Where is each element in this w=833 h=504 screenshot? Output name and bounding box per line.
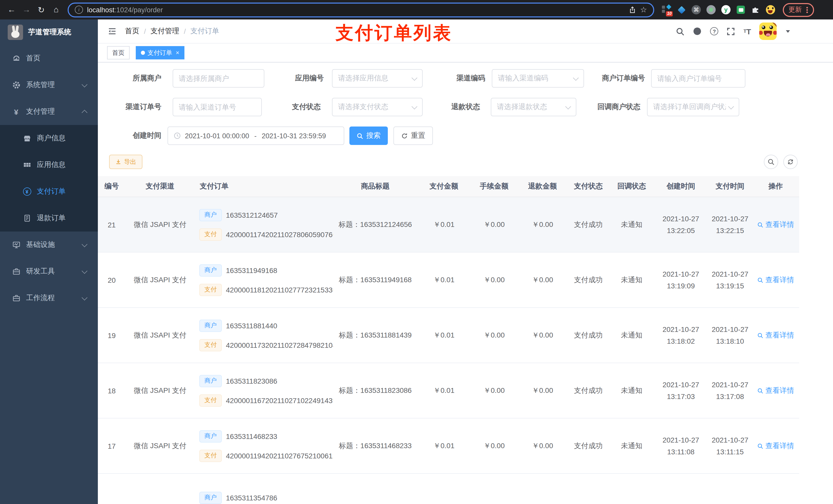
date-range-input[interactable]: 2021-10-01 00:00:00 - 2021-10-31 23:59:5…	[168, 126, 344, 145]
col-status: 支付状态	[574, 182, 603, 190]
avatar-caret-icon[interactable]	[786, 30, 790, 32]
extension-grid-icon[interactable]: 10	[661, 5, 672, 15]
orders-table: 编号 支付渠道 支付订单 商品标题 支付金额 手续金额 退款金额 支付状态 回调…	[98, 176, 833, 504]
pay-no: 4200001173202110272847982104	[226, 341, 333, 349]
filter-notify-status: 回调商户状态 请选择订单回调商户状态	[597, 98, 739, 116]
reset-button-label: 重置	[411, 131, 425, 140]
breadcrumb-home[interactable]: 首页	[125, 27, 139, 36]
breadcrumb-current: 支付订单	[191, 27, 219, 36]
breadcrumb-payment[interactable]: 支付管理	[151, 27, 179, 36]
table-row-partial: 商户1635311354786	[98, 474, 799, 504]
sidebar-item-infrastructure[interactable]: 基础设施	[0, 232, 98, 258]
refund-status-select[interactable]: 请选择退款状态	[491, 98, 576, 116]
tab-pay-order[interactable]: 支付订单×	[136, 46, 185, 59]
filter-label: 回调商户状态	[597, 102, 640, 112]
browser-menu-icon[interactable]	[806, 9, 808, 10]
app-title: 芋道管理系统	[28, 28, 71, 37]
channel-order-no-input[interactable]	[173, 98, 262, 116]
url-path: :1024/pay/order	[115, 6, 163, 14]
view-detail-link[interactable]: 查看详情	[757, 331, 794, 340]
hamburger-icon[interactable]	[108, 27, 117, 36]
table-row: 20 微信 JSAPI 支付 商户1635311949168 支付4200001…	[98, 252, 799, 308]
filter-merchant-order-no: 商户订单编号	[602, 69, 745, 88]
font-size-icon[interactable]: TT	[744, 27, 751, 35]
sidebar-item-app-info[interactable]: 应用信息	[0, 152, 98, 178]
notify-status-select[interactable]: 请选择订单回调商户状态	[647, 98, 739, 116]
pay-status-select[interactable]: 请选择支付状态	[332, 98, 423, 116]
address-bar[interactable]: i localhost:1024/pay/order ☆	[68, 2, 654, 17]
site-info-icon[interactable]: i	[75, 6, 83, 14]
extension-kite-icon[interactable]	[676, 5, 687, 15]
search-icon[interactable]	[676, 27, 685, 35]
app-logo[interactable]: 芋道管理系统	[0, 20, 98, 45]
view-detail-link[interactable]: 查看详情	[757, 386, 794, 395]
topbar: 首页 / 支付管理 / 支付订单 支付订单列表 ?	[98, 20, 833, 44]
filter-label: 创建时间	[133, 131, 161, 140]
cell-amount: ￥0.01	[433, 386, 455, 394]
sidebar-item-merchant-info[interactable]: 商户信息	[0, 125, 98, 152]
tab-home[interactable]: 首页	[107, 46, 129, 59]
chevron-down-icon	[412, 103, 418, 110]
extension-emoji-icon[interactable]	[765, 5, 776, 15]
merchant-order-no-input[interactable]	[651, 69, 745, 88]
browser-back-icon[interactable]: ←	[5, 3, 18, 16]
extension-chat-icon[interactable]	[736, 5, 746, 15]
extension-command-icon[interactable]: ⌘	[691, 5, 701, 15]
view-detail-link[interactable]: 查看详情	[757, 275, 794, 285]
refresh-icon[interactable]	[783, 155, 798, 169]
merchant-input[interactable]	[173, 69, 264, 88]
merchant-no: 1635311354786	[226, 494, 277, 502]
browser-reload-icon[interactable]: ↻	[35, 3, 48, 16]
sidebar-item-system[interactable]: 系统管理	[0, 72, 98, 98]
table-row: 21 微信 JSAPI 支付 商户1635312124657 支付4200001…	[98, 197, 799, 252]
filter-refund-status: 退款状态 请选择退款状态	[451, 98, 576, 116]
col-title: 商品标题	[361, 182, 389, 190]
extension-badge: 10	[666, 11, 673, 16]
merchant-no: 1635311823086	[226, 377, 277, 385]
merchant-tag: 商户	[199, 264, 222, 276]
app-logo-avatar	[8, 25, 23, 40]
chevron-down-icon	[573, 75, 579, 81]
filter-merchant: 所属商户	[133, 69, 264, 88]
avatar[interactable]	[759, 23, 777, 40]
chevron-down-icon	[82, 81, 88, 87]
fullscreen-icon[interactable]	[727, 27, 735, 35]
cell-refund: ￥0.00	[532, 220, 553, 228]
toolbar-row: 导出	[98, 155, 833, 169]
sidebar-item-payment[interactable]: ¥ 支付管理	[0, 98, 98, 125]
cell-id: 17	[108, 442, 116, 450]
chevron-down-icon	[412, 75, 418, 81]
help-icon[interactable]: ?	[710, 27, 718, 35]
extension-puzzle-icon[interactable]	[751, 5, 761, 15]
sidebar-item-pay-order[interactable]: ¥ 支付订单	[0, 178, 98, 205]
extension-record-icon[interactable]	[706, 5, 716, 15]
app-no-select[interactable]: 请选择应用信息	[332, 69, 423, 88]
github-icon[interactable]	[693, 27, 702, 36]
browser-home-icon[interactable]: ⌂	[50, 3, 63, 16]
export-button[interactable]: 导出	[109, 155, 142, 169]
channel-code-select[interactable]: 请输入渠道编码	[492, 69, 584, 88]
sidebar-item-label: 基础设施	[26, 240, 55, 249]
view-detail-link[interactable]: 查看详情	[757, 441, 794, 451]
sidebar-item-home[interactable]: 首页	[0, 45, 98, 72]
share-icon[interactable]	[628, 6, 636, 14]
bookmark-star-icon[interactable]: ☆	[640, 5, 647, 14]
sidebar-item-dev-tools[interactable]: 研发工具	[0, 258, 98, 285]
browser-forward-icon[interactable]: →	[20, 3, 33, 16]
created-time: 13:18:02	[654, 335, 708, 347]
briefcase-icon	[12, 267, 21, 276]
browser-update-button[interactable]: 更新	[783, 3, 814, 17]
cell-channel: 微信 JSAPI 支付	[134, 220, 186, 228]
view-detail-link[interactable]: 查看详情	[757, 220, 794, 229]
sidebar-item-workflow[interactable]: 工作流程	[0, 285, 98, 311]
reset-button[interactable]: 重置	[394, 126, 433, 145]
col-actions: 操作	[768, 182, 783, 190]
show-search-toggle-icon[interactable]	[764, 155, 778, 169]
sidebar-item-refund-order[interactable]: 退款订单	[0, 205, 98, 232]
cell-title: 标题：1635311949168	[339, 275, 412, 284]
close-icon[interactable]: ×	[176, 49, 179, 56]
search-button[interactable]: 搜索	[349, 126, 388, 145]
sidebar-item-label: 应用信息	[37, 160, 66, 170]
extension-y-icon[interactable]: y	[721, 5, 731, 15]
merchant-no: 1635311468233	[226, 432, 277, 440]
